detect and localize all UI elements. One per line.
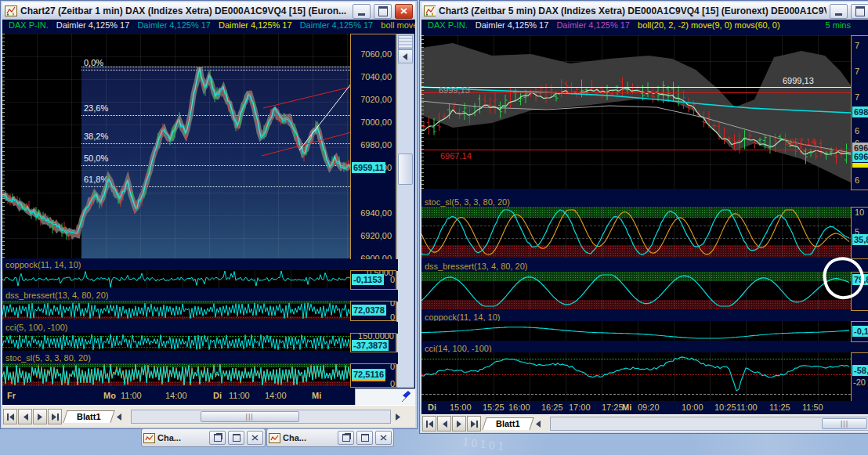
close-button[interactable]: [395, 4, 413, 19]
restore-icon: [214, 434, 222, 442]
legend-item[interactable]: Daimler 4,125% 17: [137, 20, 211, 30]
coppock-panel[interactable]: [421, 321, 851, 341]
last-sheet-button[interactable]: [48, 409, 62, 424]
horizontal-scrollbar[interactable]: |||: [131, 410, 391, 424]
axis-hi: 10: [855, 208, 864, 217]
drawing-tool-corner[interactable]: [355, 388, 415, 406]
main-price-chart[interactable]: 0,0% 23,6% 38,2% 50,0% 61,8%: [2, 34, 350, 258]
axis-lo: 0: [390, 379, 395, 388]
hscroll-thumb[interactable]: |||: [201, 411, 299, 422]
close-button[interactable]: [247, 431, 263, 445]
price-axis[interactable]: 7 7 7 6 6 6 698 696 696: [851, 35, 868, 190]
grip-icon: |||: [246, 413, 254, 421]
close-button[interactable]: [375, 431, 392, 445]
level-label: 6999,13: [783, 76, 814, 85]
legend-symbol[interactable]: DAX P-IN.: [9, 20, 49, 30]
minimize-button[interactable]: [830, 4, 848, 19]
stoc-panel[interactable]: [421, 207, 851, 258]
first-sheet-button[interactable]: [3, 409, 17, 424]
legend-symbol[interactable]: DAX P-IN.: [428, 20, 468, 30]
prev-icon: [22, 413, 29, 421]
minimize-button[interactable]: [353, 4, 371, 19]
time-tick: Mi: [622, 403, 631, 412]
first-sheet-button[interactable]: [422, 416, 436, 432]
legend-overlay-item[interactable]: boll(20, 2, -2) move(9, 0) movs(60, 0): [638, 20, 780, 30]
coppock-axis: -0,1: [851, 321, 868, 342]
stoc-series-canvas: [421, 207, 851, 258]
cci-axis: 150,0000 -37,3873: [350, 333, 396, 352]
axis-lo: 0: [390, 312, 395, 321]
scrollbar-grip-button[interactable]: [398, 35, 413, 49]
indicator-label-row: cci(5, 100, -100): [2, 322, 398, 334]
time-tick: 09:20: [638, 403, 660, 412]
price-axis[interactable]: 7060,00 7040,00 7020,00 7000,00 6980,00 …: [350, 34, 396, 260]
cci-panel[interactable]: [2, 333, 350, 351]
indicator-label: coppock(11, 14, 10): [5, 260, 81, 269]
maximize-button[interactable]: [356, 431, 373, 445]
restore-button[interactable]: [338, 431, 354, 445]
maximize-button[interactable]: [228, 431, 244, 445]
legend-item[interactable]: Daimler 4,125% 17: [219, 20, 292, 30]
legend-item[interactable]: Daimler 4,125% 17: [56, 20, 130, 30]
minimized-chart-window-2[interactable]: Cha...: [266, 428, 394, 447]
first-icon: [426, 421, 433, 428]
stoc-axis: 0 72,5116 0: [350, 363, 396, 388]
next-sheet-button[interactable]: [33, 409, 47, 424]
minimized-chart-window-1[interactable]: Cha...: [141, 428, 266, 447]
axis-hi: 0: [390, 301, 395, 308]
time-tick: 11:00: [121, 391, 142, 400]
scroll-right-button[interactable]: [392, 410, 404, 424]
dss-panel[interactable]: [2, 301, 350, 320]
price-series-canvas: [2, 34, 350, 258]
chevron-left-icon: [536, 421, 541, 428]
restore-button[interactable]: [209, 431, 226, 445]
chart27-titlebar[interactable]: Chart27 (Zeitbar 1 min) DAX (Indizes Xet…: [2, 2, 415, 20]
time-axis: Di 15:00 15:25 16:00 16:25 17:00 17:25 M…: [421, 401, 868, 414]
legend-item[interactable]: Daimler 4,125% 17: [476, 20, 549, 30]
legend-item[interactable]: Daimler 4,125% 17: [300, 20, 374, 30]
horizontal-scrollbar[interactable]: |||: [550, 417, 868, 431]
scroll-left-button[interactable]: [533, 417, 545, 431]
level-line-white[interactable]: [421, 87, 851, 88]
coppock-series-canvas: [421, 321, 851, 341]
dss-panel[interactable]: [421, 272, 851, 309]
hscroll-thumb[interactable]: |||: [822, 418, 867, 429]
close-icon: [400, 8, 407, 14]
axis-lo: 0: [390, 275, 395, 284]
time-tick: Di: [213, 391, 222, 400]
level-line-red-upper[interactable]: [421, 92, 851, 93]
prev-icon: [441, 421, 448, 428]
last-sheet-button[interactable]: [467, 416, 481, 432]
chart3-client-area: DAX P-IN. Daimler 4,125% 17 Daimler 4,12…: [421, 20, 868, 432]
stoc-panel[interactable]: [2, 363, 350, 386]
maximize-button[interactable]: [374, 4, 392, 19]
prev-sheet-button[interactable]: [437, 416, 451, 432]
maximize-button[interactable]: [851, 4, 868, 19]
time-tick: Mi: [312, 391, 321, 400]
left-vertical-scrollbar[interactable]: [396, 34, 414, 406]
legend-overlay-item[interactable]: boll move: [381, 20, 415, 30]
chart-icon: [424, 5, 436, 16]
scrollbar-collapse-button[interactable]: [398, 49, 413, 63]
coppock-panel[interactable]: [2, 270, 350, 288]
time-tick: 14:00: [265, 391, 287, 400]
indicator-label-row: dss_bressert(13, 4, 80, 20): [2, 290, 398, 302]
indicator-label-row: dss_bressert(13, 4, 80, 20): [421, 261, 854, 273]
time-tick: Mo: [103, 391, 116, 400]
main-price-chart[interactable]: 6999,13 6999,13 6967,14 6967,14: [421, 35, 851, 189]
scroll-left-button[interactable]: [114, 410, 126, 424]
next-sheet-button[interactable]: [452, 416, 466, 432]
minimized-window-title: Cha...: [157, 433, 207, 442]
chart3-titlebar[interactable]: Chart3 (Zeitbar 5 min) DAX (Indizes Xetr…: [421, 2, 868, 20]
cci-panel[interactable]: [421, 352, 851, 401]
chart27-window: Chart27 (Zeitbar 1 min) DAX (Indizes Xet…: [0, 0, 418, 429]
chart27-client-area: DAX P-IN. Daimler 4,125% 17 Daimler 4,12…: [2, 20, 415, 427]
scrollbar-thumb[interactable]: [398, 153, 413, 185]
legend-item[interactable]: Daimler 4,125% 17: [556, 20, 630, 30]
sheet-tab-blatt1[interactable]: Blatt1: [63, 410, 114, 423]
sheet-tab-blatt1[interactable]: Blatt1: [482, 417, 533, 430]
indicator-value-chip: 72,0378: [352, 305, 386, 316]
time-axis: Fr Mo 11:00 14:00 Di 11:00 14:00 Mi: [2, 388, 415, 405]
prev-sheet-button[interactable]: [18, 409, 32, 424]
level-line-red-lower[interactable]: [421, 150, 851, 150]
